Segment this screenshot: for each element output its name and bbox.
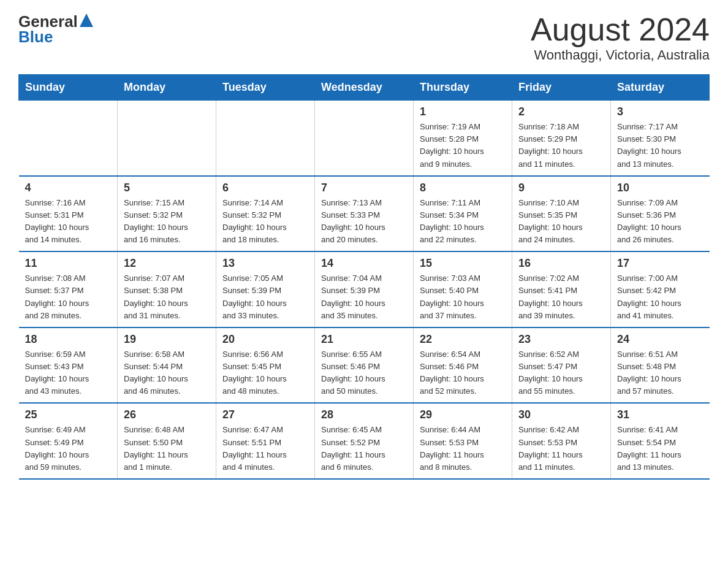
day-number: 22 <box>420 333 506 346</box>
day-info: Sunrise: 7:13 AM Sunset: 5:33 PM Dayligh… <box>321 197 407 247</box>
column-header-thursday: Thursday <box>414 75 512 101</box>
calendar-cell <box>216 101 315 176</box>
calendar-cell: 12Sunrise: 7:07 AM Sunset: 5:38 PM Dayli… <box>118 251 216 327</box>
calendar-week-row: 11Sunrise: 7:08 AM Sunset: 5:37 PM Dayli… <box>19 251 710 327</box>
title-section: August 2024 Wonthaggi, Victoria, Austral… <box>531 12 710 63</box>
calendar-cell: 25Sunrise: 6:49 AM Sunset: 5:49 PM Dayli… <box>19 403 118 479</box>
day-number: 20 <box>222 333 308 346</box>
day-number: 21 <box>321 333 407 346</box>
day-info: Sunrise: 7:15 AM Sunset: 5:32 PM Dayligh… <box>124 197 210 247</box>
calendar-cell: 9Sunrise: 7:10 AM Sunset: 5:35 PM Daylig… <box>512 176 611 252</box>
calendar-cell: 16Sunrise: 7:02 AM Sunset: 5:41 PM Dayli… <box>512 251 611 327</box>
logo-blue: Blue <box>18 28 53 47</box>
day-info: Sunrise: 7:10 AM Sunset: 5:35 PM Dayligh… <box>518 197 604 247</box>
day-number: 9 <box>518 182 604 194</box>
day-info: Sunrise: 6:55 AM Sunset: 5:46 PM Dayligh… <box>321 348 407 398</box>
day-number: 29 <box>420 408 506 421</box>
calendar-cell: 4Sunrise: 7:16 AM Sunset: 5:31 PM Daylig… <box>19 176 118 252</box>
calendar-week-row: 1Sunrise: 7:19 AM Sunset: 5:28 PM Daylig… <box>19 101 710 176</box>
day-info: Sunrise: 7:03 AM Sunset: 5:40 PM Dayligh… <box>420 272 506 322</box>
logo: General Blue <box>18 12 93 47</box>
day-info: Sunrise: 6:48 AM Sunset: 5:50 PM Dayligh… <box>124 424 210 473</box>
column-header-tuesday: Tuesday <box>216 75 315 101</box>
day-number: 4 <box>25 182 112 194</box>
day-number: 16 <box>518 257 604 270</box>
day-number: 5 <box>124 182 210 194</box>
calendar-cell: 2Sunrise: 7:18 AM Sunset: 5:29 PM Daylig… <box>512 101 611 176</box>
calendar-cell: 1Sunrise: 7:19 AM Sunset: 5:28 PM Daylig… <box>414 101 512 176</box>
day-info: Sunrise: 6:44 AM Sunset: 5:53 PM Dayligh… <box>420 424 506 473</box>
day-info: Sunrise: 7:02 AM Sunset: 5:41 PM Dayligh… <box>518 272 604 322</box>
day-info: Sunrise: 7:11 AM Sunset: 5:34 PM Dayligh… <box>420 197 506 247</box>
day-info: Sunrise: 7:04 AM Sunset: 5:39 PM Dayligh… <box>321 272 407 322</box>
day-number: 27 <box>222 408 308 421</box>
calendar-cell: 15Sunrise: 7:03 AM Sunset: 5:40 PM Dayli… <box>414 251 512 327</box>
calendar-cell <box>315 101 414 176</box>
day-info: Sunrise: 6:47 AM Sunset: 5:51 PM Dayligh… <box>222 424 308 473</box>
calendar-cell: 18Sunrise: 6:59 AM Sunset: 5:43 PM Dayli… <box>19 327 118 404</box>
calendar-cell: 8Sunrise: 7:11 AM Sunset: 5:34 PM Daylig… <box>414 176 512 252</box>
day-info: Sunrise: 7:18 AM Sunset: 5:29 PM Dayligh… <box>518 121 604 170</box>
calendar-cell <box>118 101 216 176</box>
day-info: Sunrise: 6:56 AM Sunset: 5:45 PM Dayligh… <box>222 348 308 398</box>
day-number: 11 <box>25 257 112 270</box>
column-header-friday: Friday <box>512 75 611 101</box>
day-info: Sunrise: 7:05 AM Sunset: 5:39 PM Dayligh… <box>222 272 308 322</box>
day-number: 3 <box>617 105 703 118</box>
day-info: Sunrise: 7:00 AM Sunset: 5:42 PM Dayligh… <box>617 272 703 322</box>
calendar-cell: 5Sunrise: 7:15 AM Sunset: 5:32 PM Daylig… <box>118 176 216 252</box>
day-number: 13 <box>222 257 308 270</box>
column-header-wednesday: Wednesday <box>315 75 414 101</box>
day-info: Sunrise: 7:07 AM Sunset: 5:38 PM Dayligh… <box>124 272 210 322</box>
day-info: Sunrise: 7:08 AM Sunset: 5:37 PM Dayligh… <box>25 272 112 322</box>
logo-triangle-icon <box>80 13 93 27</box>
day-number: 17 <box>617 257 703 270</box>
column-header-monday: Monday <box>118 75 216 101</box>
day-info: Sunrise: 6:54 AM Sunset: 5:46 PM Dayligh… <box>420 348 506 398</box>
page-header: General Blue August 2024 Wonthaggi, Vict… <box>18 12 710 63</box>
day-info: Sunrise: 6:41 AM Sunset: 5:54 PM Dayligh… <box>617 424 703 473</box>
day-number: 30 <box>518 408 604 421</box>
calendar-cell: 24Sunrise: 6:51 AM Sunset: 5:48 PM Dayli… <box>611 327 710 404</box>
day-info: Sunrise: 7:16 AM Sunset: 5:31 PM Dayligh… <box>25 197 112 247</box>
day-number: 7 <box>321 182 407 194</box>
day-number: 1 <box>420 105 506 118</box>
calendar-cell: 27Sunrise: 6:47 AM Sunset: 5:51 PM Dayli… <box>216 403 315 479</box>
day-number: 23 <box>518 333 604 346</box>
calendar-cell: 29Sunrise: 6:44 AM Sunset: 5:53 PM Dayli… <box>414 403 512 479</box>
calendar-title: August 2024 <box>531 12 710 47</box>
calendar-cell: 31Sunrise: 6:41 AM Sunset: 5:54 PM Dayli… <box>611 403 710 479</box>
calendar-week-row: 18Sunrise: 6:59 AM Sunset: 5:43 PM Dayli… <box>19 327 710 404</box>
day-number: 6 <box>222 182 308 194</box>
day-number: 31 <box>617 408 703 421</box>
day-number: 10 <box>617 182 703 194</box>
calendar-cell: 14Sunrise: 7:04 AM Sunset: 5:39 PM Dayli… <box>315 251 414 327</box>
day-number: 24 <box>617 333 703 346</box>
calendar-cell: 19Sunrise: 6:58 AM Sunset: 5:44 PM Dayli… <box>118 327 216 404</box>
day-number: 25 <box>25 408 112 421</box>
day-info: Sunrise: 6:58 AM Sunset: 5:44 PM Dayligh… <box>124 348 210 398</box>
day-number: 15 <box>420 257 506 270</box>
column-header-saturday: Saturday <box>611 75 710 101</box>
day-info: Sunrise: 7:14 AM Sunset: 5:32 PM Dayligh… <box>222 197 308 247</box>
day-number: 26 <box>124 408 210 421</box>
calendar-cell: 6Sunrise: 7:14 AM Sunset: 5:32 PM Daylig… <box>216 176 315 252</box>
calendar-cell: 10Sunrise: 7:09 AM Sunset: 5:36 PM Dayli… <box>611 176 710 252</box>
day-number: 2 <box>518 105 604 118</box>
calendar-cell: 13Sunrise: 7:05 AM Sunset: 5:39 PM Dayli… <box>216 251 315 327</box>
day-info: Sunrise: 7:17 AM Sunset: 5:30 PM Dayligh… <box>617 121 703 170</box>
day-number: 14 <box>321 257 407 270</box>
calendar-cell: 23Sunrise: 6:52 AM Sunset: 5:47 PM Dayli… <box>512 327 611 404</box>
day-info: Sunrise: 7:09 AM Sunset: 5:36 PM Dayligh… <box>617 197 703 247</box>
column-header-sunday: Sunday <box>19 75 118 101</box>
day-number: 28 <box>321 408 407 421</box>
calendar-cell: 30Sunrise: 6:42 AM Sunset: 5:53 PM Dayli… <box>512 403 611 479</box>
calendar-header-row: SundayMondayTuesdayWednesdayThursdayFrid… <box>19 75 710 101</box>
day-info: Sunrise: 6:52 AM Sunset: 5:47 PM Dayligh… <box>518 348 604 398</box>
calendar-cell: 17Sunrise: 7:00 AM Sunset: 5:42 PM Dayli… <box>611 251 710 327</box>
calendar-cell: 11Sunrise: 7:08 AM Sunset: 5:37 PM Dayli… <box>19 251 118 327</box>
calendar-cell: 22Sunrise: 6:54 AM Sunset: 5:46 PM Dayli… <box>414 327 512 404</box>
calendar-cell: 28Sunrise: 6:45 AM Sunset: 5:52 PM Dayli… <box>315 403 414 479</box>
day-info: Sunrise: 6:51 AM Sunset: 5:48 PM Dayligh… <box>617 348 703 398</box>
day-info: Sunrise: 6:59 AM Sunset: 5:43 PM Dayligh… <box>25 348 112 398</box>
